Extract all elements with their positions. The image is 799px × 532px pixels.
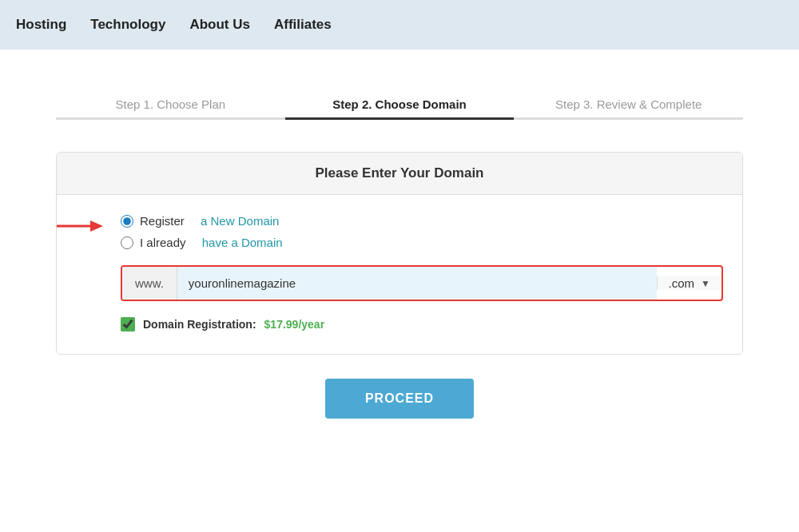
proceed-container: PROCEED (56, 379, 743, 419)
register-prefix: Register (140, 214, 185, 228)
registration-checkbox[interactable] (121, 317, 135, 332)
step-2: Step 2. Choose Domain (285, 97, 515, 128)
card-header: Please Enter Your Domain (57, 153, 742, 195)
step-1: Step 1. Choose Plan (56, 97, 285, 128)
card-body: Register a New Domain I already have a D… (57, 195, 742, 354)
main-content: Step 1. Choose Plan Step 2. Choose Domai… (40, 97, 759, 419)
step-2-label: Step 2. Choose Domain (285, 97, 515, 117)
domain-card: Please Enter Your Domain Register a New … (56, 152, 743, 355)
navbar: Hosting Technology About Us Affiliates (0, 0, 799, 50)
step-2-line (285, 117, 515, 120)
register-link[interactable]: a New Domain (201, 214, 279, 228)
step-1-line (56, 117, 285, 120)
nav-about-us[interactable]: About Us (189, 17, 250, 33)
registration-label: Domain Registration: (143, 318, 256, 331)
already-prefix: I already (140, 236, 186, 249)
domain-registration-row: Domain Registration: $17.99/year (121, 317, 723, 332)
chevron-down-icon: ▼ (701, 278, 710, 289)
nav-technology[interactable]: Technology (90, 17, 165, 33)
step-1-label: Step 1. Choose Plan (56, 97, 285, 117)
already-link[interactable]: have a Domain (202, 236, 283, 249)
card-header-title: Please Enter Your Domain (316, 165, 484, 181)
svg-marker-1 (90, 220, 103, 232)
www-prefix: www. (122, 267, 177, 300)
proceed-button[interactable]: PROCEED (325, 379, 474, 419)
tld-value: .com (669, 276, 695, 290)
tld-selector[interactable]: .com ▼ (657, 276, 721, 290)
step-3-line (514, 117, 743, 120)
nav-hosting[interactable]: Hosting (16, 17, 66, 33)
step-3-label: Step 3. Review & Complete (514, 97, 743, 117)
domain-text-input[interactable] (177, 267, 657, 300)
arrow-indicator (56, 217, 105, 235)
already-have-radio[interactable] (121, 236, 133, 249)
register-radio[interactable] (121, 215, 133, 228)
registration-price: $17.99/year (264, 318, 325, 331)
step-3: Step 3. Review & Complete (514, 97, 743, 128)
radio-group: Register a New Domain I already have a D… (121, 214, 723, 249)
nav-affiliates[interactable]: Affiliates (274, 17, 332, 33)
domain-input-row: www. .com ▼ (121, 265, 723, 301)
have-domain-option[interactable]: I already have a Domain (121, 236, 723, 249)
red-arrow-icon (56, 217, 105, 235)
register-new-domain-option[interactable]: Register a New Domain (121, 214, 723, 228)
steps-indicator: Step 1. Choose Plan Step 2. Choose Domai… (56, 97, 743, 128)
